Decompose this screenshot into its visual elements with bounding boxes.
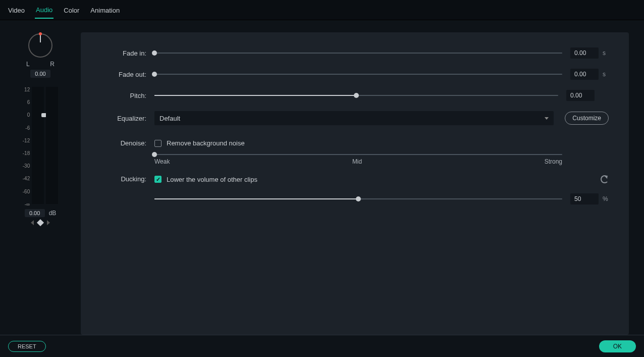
equalizer-select[interactable]: Default	[154, 111, 554, 125]
ducking-label: Ducking:	[101, 175, 146, 183]
meter-tick: -18	[23, 150, 30, 156]
tab-video[interactable]: Video	[7, 2, 26, 18]
ducking-value[interactable]: 50	[570, 193, 599, 205]
chevron-down-icon	[545, 117, 549, 120]
fade-in-label: Fade in:	[101, 49, 146, 57]
denoise-mid-label: Mid	[352, 158, 362, 165]
keyframe-controls	[31, 220, 50, 225]
db-label: dB	[49, 210, 57, 217]
ducking-checkbox[interactable]	[154, 176, 162, 183]
tab-audio[interactable]: Audio	[35, 1, 53, 19]
pitch-label: Pitch:	[101, 92, 146, 99]
denoise-weak-label: Weak	[154, 158, 170, 165]
denoise-strong-label: Strong	[545, 158, 562, 165]
meter-bar-left[interactable]	[32, 87, 44, 204]
fade-in-value[interactable]: 0.00	[570, 47, 599, 59]
meter-tick: -60	[23, 189, 30, 194]
customize-button[interactable]: Customize	[565, 112, 609, 125]
denoise-checkbox[interactable]	[154, 140, 162, 147]
equalizer-selected: Default	[159, 115, 180, 122]
denoise-label: Denoise:	[101, 139, 146, 147]
add-keyframe-icon[interactable]	[37, 219, 44, 226]
ducking-unit: %	[603, 195, 609, 202]
pan-r-label: R	[50, 61, 55, 68]
reset-ducking-icon[interactable]	[601, 175, 609, 183]
tab-color[interactable]: Color	[63, 2, 80, 18]
meter-tick: -∞	[25, 201, 30, 207]
tab-bar: Video Audio Color Animation	[0, 0, 644, 20]
footer: RESET OK	[0, 335, 644, 357]
denoise-slider[interactable]	[154, 154, 562, 155]
denoise-checkbox-label: Remove background noise	[167, 139, 245, 147]
pitch-value[interactable]: 0.00	[566, 90, 595, 101]
ok-button[interactable]: OK	[599, 340, 636, 352]
meter-bar-right[interactable]	[46, 87, 58, 204]
pan-knob[interactable]	[28, 33, 52, 58]
tab-animation[interactable]: Animation	[89, 2, 121, 18]
meter-tick: -6	[25, 125, 30, 131]
pan-l-label: L	[26, 61, 30, 68]
prev-keyframe-icon[interactable]	[31, 220, 34, 225]
fade-out-slider[interactable]	[154, 74, 562, 75]
meter-tick: -12	[23, 138, 30, 143]
equalizer-label: Equalizer:	[101, 115, 146, 122]
ducking-checkbox-label: Lower the volume of other clips	[167, 176, 257, 183]
volume-value[interactable]: 0.00	[25, 209, 45, 217]
left-panel: L R 0.00 1260-6-12-18-30-42-60-∞ 0.00 dB	[0, 20, 81, 335]
volume-meter: 1260-6-12-18-30-42-60-∞	[23, 87, 58, 207]
ducking-slider[interactable]	[154, 198, 562, 199]
meter-tick: -30	[23, 163, 30, 169]
fade-in-slider[interactable]	[154, 53, 562, 54]
fade-out-label: Fade out:	[101, 71, 146, 78]
meter-tick: 12	[24, 87, 30, 92]
next-keyframe-icon[interactable]	[47, 220, 50, 225]
pan-value[interactable]: 0.00	[30, 70, 50, 78]
meter-tick: 0	[27, 112, 30, 118]
fade-in-unit: s	[603, 49, 609, 57]
fade-out-value[interactable]: 0.00	[570, 69, 599, 80]
pitch-slider[interactable]	[154, 95, 558, 96]
main-panel: Fade in: 0.00 s Fade out: 0.00 s Pitch:	[81, 32, 629, 335]
meter-tick: 6	[27, 99, 30, 105]
meter-tick: -42	[23, 176, 30, 181]
reset-button[interactable]: RESET	[8, 341, 46, 352]
fade-out-unit: s	[603, 71, 609, 78]
